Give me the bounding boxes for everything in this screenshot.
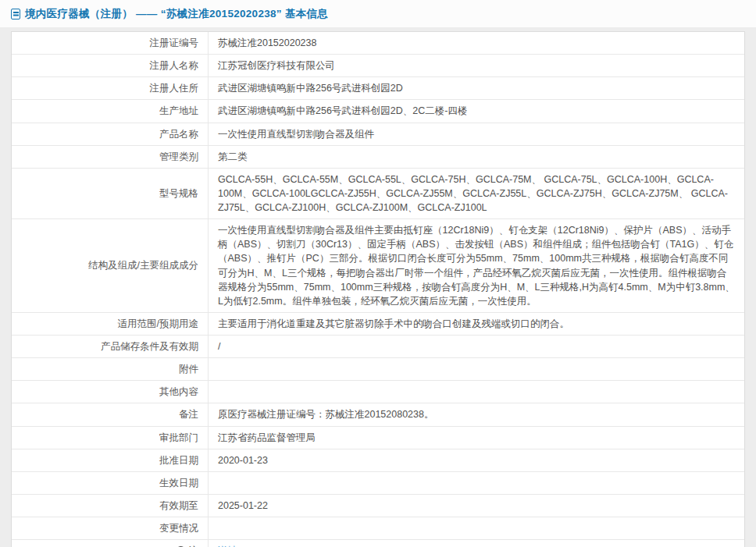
- table-row: 附件: [12, 358, 744, 381]
- table-row: 产品储存条件及有效期/: [12, 336, 744, 358]
- row-label-text: 管理类别: [159, 150, 198, 164]
- row-label-text: 备注: [179, 407, 198, 421]
- row-label: 附件: [12, 358, 209, 380]
- row-label: 适用范围/预期用途: [12, 313, 209, 335]
- row-label-text: 生效日期: [159, 476, 198, 490]
- row-value: 主要适用于消化道重建及其它脏器切除手术中的吻合口创建及残端或切口的闭合。: [209, 313, 744, 335]
- row-label: 产品储存条件及有效期: [12, 336, 209, 357]
- row-value: 江苏省药品监督管理局: [209, 427, 744, 449]
- row-label: 变更情况: [12, 517, 209, 539]
- row-label-text: 产品储存条件及有效期: [101, 339, 198, 353]
- table-row: 备注原医疗器械注册证编号：苏械注准20152080238。: [12, 403, 744, 426]
- table-row: ?注详情: [12, 540, 744, 547]
- row-value: GCLCA-55H、GCLCA-55M、GCLCA-55L、GCLCA-75H、…: [209, 169, 744, 218]
- row-value: [209, 521, 744, 535]
- row-value: 2025-01-22: [209, 495, 744, 517]
- table-row: 管理类别第二类: [12, 146, 744, 169]
- row-value: 苏械注准20152020238: [209, 32, 744, 54]
- table-row: 结构及组成/主要组成成分一次性使用直线型切割吻合器及组件主要由抵钉座（12Cr1…: [12, 219, 744, 313]
- row-label-text: 批准日期: [159, 453, 198, 467]
- row-label: 产品名称: [12, 123, 209, 145]
- table-row: 注册人名称江苏冠创医疗科技有限公司: [12, 55, 744, 77]
- row-label-text: 附件: [179, 362, 198, 376]
- row-label: 批准日期: [12, 449, 209, 471]
- row-value: 武进区湖塘镇鸣新中路256号武进科创园2D: [209, 77, 744, 99]
- row-label-text: 注册人名称: [150, 59, 199, 73]
- row-label-text: 产品名称: [159, 127, 198, 141]
- row-value: 一次性使用直线型切割吻合器及组件: [209, 123, 744, 145]
- row-label-text: 注: [189, 544, 199, 547]
- table-row: 注册证编号苏械注准20152020238: [12, 32, 744, 55]
- row-label: 注册人名称: [12, 55, 209, 76]
- table-row: 注册人住所武进区湖塘镇鸣新中路256号武进科创园2D: [12, 77, 744, 100]
- row-value: [209, 476, 744, 490]
- row-label-text: 型号规格: [159, 186, 198, 201]
- row-label-text: 结构及组成/主要组成成分: [88, 258, 198, 272]
- row-label: 注册人住所: [12, 77, 209, 99]
- info-table: 注册证编号苏械注准20152020238注册人名称江苏冠创医疗科技有限公司注册人…: [11, 31, 745, 547]
- table-row: 变更情况: [12, 517, 744, 540]
- row-value: [209, 385, 744, 399]
- table-row: 有效期至2025-01-22: [12, 495, 744, 517]
- page: 境内医疗器械（注册） —— “苏械注准20152020238” 基本信息 注册证…: [0, 0, 756, 547]
- page-title: 境内医疗器械（注册） —— “苏械注准20152020238” 基本信息: [25, 7, 328, 21]
- row-label: 其他内容: [12, 381, 209, 403]
- row-value: /: [209, 336, 744, 357]
- row-label: 注册证编号: [12, 32, 209, 54]
- row-label: 生效日期: [12, 472, 209, 494]
- row-label-text: 适用范围/预期用途: [118, 317, 198, 331]
- table-row: 型号规格GCLCA-55H、GCLCA-55M、GCLCA-55L、GCLCA-…: [12, 169, 744, 219]
- row-value: 原医疗器械注册证编号：苏械注准20152080238。: [209, 403, 744, 425]
- row-label: 管理类别: [12, 146, 209, 168]
- table-row: 生效日期: [12, 472, 744, 495]
- row-value: 详情: [209, 540, 744, 547]
- row-value: 一次性使用直线型切割吻合器及组件主要由抵钉座（12Cr18Ni9）、钉仓支架（1…: [209, 219, 744, 312]
- row-label-text: 生产地址: [159, 104, 198, 118]
- document-icon: [11, 9, 20, 20]
- row-value: 第二类: [209, 146, 744, 168]
- table-row: 适用范围/预期用途主要适用于消化道重建及其它脏器切除手术中的吻合口创建及残端或切…: [12, 313, 744, 336]
- row-label: 审批部门: [12, 427, 209, 449]
- row-label: 有效期至: [12, 495, 209, 517]
- row-label-text: 注册证编号: [150, 36, 199, 50]
- table-row: 产品名称一次性使用直线型切割吻合器及组件: [12, 123, 744, 146]
- row-value: 江苏冠创医疗科技有限公司: [209, 55, 744, 76]
- row-label-text: 其他内容: [159, 385, 198, 399]
- row-value: [209, 362, 744, 376]
- table-row: 审批部门江苏省药品监督管理局: [12, 427, 744, 449]
- row-value: 2020-01-23: [209, 449, 744, 471]
- row-label: 备注: [12, 403, 209, 425]
- table-row: 生产地址武进区湖塘镇鸣新中路256号武进科创园2D、2C二楼-四楼: [12, 100, 744, 123]
- row-label-text: 有效期至: [159, 499, 198, 513]
- row-value: 武进区湖塘镇鸣新中路256号武进科创园2D、2C二楼-四楼: [209, 100, 744, 122]
- table-row: 批准日期2020-01-23: [12, 449, 744, 472]
- row-label: 生产地址: [12, 100, 209, 122]
- row-label: 结构及组成/主要组成成分: [12, 219, 209, 312]
- row-label-text: 审批部门: [159, 431, 198, 445]
- row-label-text: 注册人住所: [150, 81, 199, 95]
- table-row: 其他内容: [12, 381, 744, 403]
- page-header: 境内医疗器械（注册） —— “苏械注准20152020238” 基本信息: [0, 0, 756, 27]
- row-label-text: 变更情况: [159, 521, 198, 535]
- row-label: 型号规格: [12, 169, 209, 218]
- row-label: ?注: [12, 540, 209, 547]
